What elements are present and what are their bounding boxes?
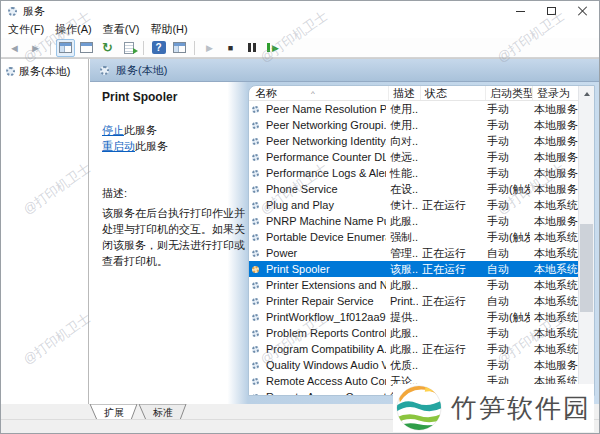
cell-desc: Print... <box>386 295 418 307</box>
window-controls <box>505 1 598 21</box>
properties-window-icon[interactable] <box>77 39 96 57</box>
show-action-pane-icon[interactable] <box>170 39 189 57</box>
service-gear-icon <box>252 218 259 225</box>
cell-desc: 强制... <box>386 230 418 245</box>
restart-service-suffix: 此服务 <box>135 140 168 152</box>
service-row[interactable]: Peer Networking Groupi...使用...手动本地服务 <box>249 117 578 133</box>
cell-logon: 本地系统 <box>530 198 578 213</box>
service-row[interactable]: Printer Extensions and N...此服...手动本地系统 <box>249 277 578 293</box>
refresh-icon[interactable] <box>98 39 117 57</box>
cell-name: Plug and Play <box>262 199 386 211</box>
window-glyph <box>80 42 93 53</box>
service-gear-icon <box>252 106 259 113</box>
service-gear-icon <box>252 394 259 396</box>
start-service-icon[interactable] <box>200 39 219 57</box>
minimize-icon <box>516 11 525 12</box>
cell-start: 手动 <box>483 166 530 181</box>
back-icon[interactable] <box>5 39 24 57</box>
scrollbar-thumb[interactable] <box>580 224 593 312</box>
tab-standard-label[interactable]: 标准 <box>152 407 173 418</box>
cell-desc: 使远... <box>386 150 418 165</box>
site-logo-icon <box>396 385 442 431</box>
cell-desc: 管理... <box>386 246 418 261</box>
menu-view[interactable]: 查看(V) <box>103 22 140 37</box>
vertical-scrollbar[interactable] <box>578 86 594 395</box>
service-row[interactable]: PrintWorkflow_1f012aa9提供...手动(触发...本地系统 <box>249 309 578 325</box>
service-row[interactable]: Portable Device Enumera...强制...手动(触发...本… <box>249 229 578 245</box>
close-icon <box>578 6 588 16</box>
cell-start: 自动 <box>483 246 530 261</box>
cell-logon: 本地服务 <box>530 134 578 149</box>
cell-name: Printer Extensions and N... <box>262 279 386 291</box>
service-gear-icon <box>252 378 259 385</box>
scroll-up-icon[interactable] <box>579 86 594 101</box>
export-doc-glyph <box>124 42 134 54</box>
triangle-up <box>584 92 590 96</box>
cell-start: 手动 <box>483 358 530 373</box>
cell-logon: 本地系统 <box>530 262 578 277</box>
column-header-description[interactable]: 描述 <box>389 86 421 100</box>
services-rows: Peer Name Resolution Pr...使用...手动本地服务Pee… <box>249 101 578 395</box>
maximize-icon <box>547 7 556 15</box>
cell-desc: 使计... <box>386 198 418 213</box>
service-row[interactable]: Power管理...正在运行自动本地系统 <box>249 245 578 261</box>
service-row[interactable]: PNRP Machine Name Pu...此服...手动本地服务 <box>249 213 578 229</box>
menu-help[interactable]: 帮助(H) <box>150 22 187 37</box>
stop-service-icon[interactable] <box>221 39 240 57</box>
service-row[interactable]: Peer Networking Identity...向对...手动本地服务 <box>249 133 578 149</box>
cell-desc: 提供... <box>386 310 418 325</box>
service-row[interactable]: Program Compatibility A...此服...正在运行手动本地系… <box>249 341 578 357</box>
stop-service-link[interactable]: 停止 <box>102 124 124 136</box>
cell-logon: 本地服务 <box>530 182 578 197</box>
stop-service-suffix: 此服务 <box>124 124 157 136</box>
service-row[interactable]: Performance Logs & Aler...性能...手动本地服务 <box>249 165 578 181</box>
cell-logon: 本地系统 <box>530 342 578 357</box>
maximize-button[interactable] <box>536 1 567 21</box>
cell-desc: 使用... <box>386 102 418 117</box>
service-row[interactable]: Plug and Play使计...正在运行手动本地系统 <box>249 197 578 213</box>
menu-bar: 文件(F) 操作(A) 查看(V) 帮助(H) <box>1 21 599 38</box>
cell-start: 手动 <box>483 214 530 229</box>
service-row[interactable]: Peer Name Resolution Pr...使用...手动本地服务 <box>249 101 578 117</box>
column-header-status[interactable]: 状态 <box>421 86 486 100</box>
column-header-startup-type[interactable]: 启动类型 <box>486 86 533 100</box>
service-row[interactable]: Printer Repair ServicePrint...正在运行自动本地系统 <box>249 293 578 309</box>
show-console-tree-icon[interactable] <box>56 39 75 57</box>
service-row[interactable]: Performance Counter DL...使远...手动本地服务 <box>249 149 578 165</box>
minimize-button[interactable] <box>505 1 536 21</box>
cell-start: 手动 <box>483 150 530 165</box>
restart-service-link[interactable]: 重启动 <box>102 140 135 152</box>
service-gear-icon <box>252 154 259 161</box>
cell-desc: 在设... <box>386 182 418 197</box>
console-tree-glyph <box>59 42 72 53</box>
service-row[interactable]: Problem Reports Control...此服...手动本地系统 <box>249 325 578 341</box>
pane-body: Print Spooler 停止此服务 重启动此服务 描述: 该服务在后台执行打… <box>90 82 599 404</box>
service-row[interactable]: Quality Windows Audio V...优质...手动本地服务 <box>249 357 578 373</box>
forward-icon[interactable] <box>26 39 45 57</box>
service-row[interactable]: Phone Service在设...手动(触发...本地服务 <box>249 181 578 197</box>
cell-status: 正在运行 <box>418 198 483 213</box>
menu-action[interactable]: 操作(A) <box>55 22 92 37</box>
close-button[interactable] <box>567 1 598 21</box>
service-gear-icon <box>252 346 259 353</box>
service-row[interactable]: Print Spooler该服...正在运行自动本地系统 <box>249 261 578 277</box>
tree-item-services-local[interactable]: 服务(本地) <box>1 59 88 79</box>
cell-status: 正在运行 <box>418 294 483 309</box>
service-gear-icon <box>252 170 259 177</box>
help-icon[interactable] <box>149 39 168 57</box>
pause-service-icon[interactable] <box>242 39 261 57</box>
cell-desc: 该服... <box>386 262 418 277</box>
column-header-name[interactable]: 名称^ <box>251 86 389 100</box>
cell-start: 手动 <box>483 118 530 133</box>
cell-logon: 本地系统 <box>530 230 578 245</box>
services-pane: 服务(本地) Print Spooler 停止此服务 重启动此服务 描述: 该服… <box>90 59 599 404</box>
menu-file[interactable]: 文件(F) <box>8 22 44 37</box>
tab-extended-label[interactable]: 扩展 <box>104 407 124 418</box>
pause-bar <box>253 43 256 52</box>
export-list-icon[interactable] <box>119 39 138 57</box>
column-header-name-label: 名称 <box>255 86 277 100</box>
description-text: 该服务在后台执行打印作业并处理与打印机的交互。如果关闭该服务，则无法进行打印或查… <box>102 205 250 269</box>
cell-start: 手动 <box>483 326 530 341</box>
cell-name: Quality Windows Audio V... <box>262 359 386 371</box>
restart-service-icon[interactable] <box>263 39 282 57</box>
